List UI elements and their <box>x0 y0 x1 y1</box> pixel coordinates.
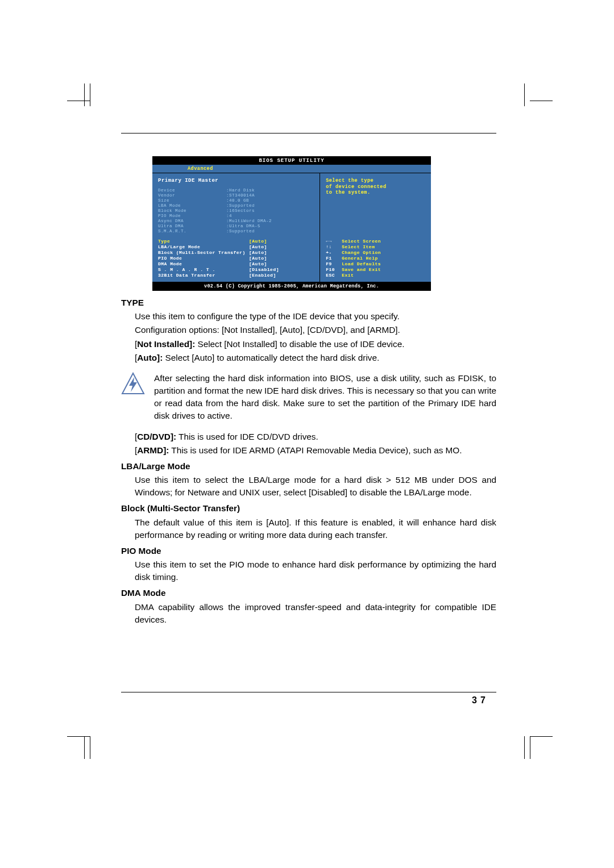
crop-mark <box>67 736 90 737</box>
heading-type: TYPE <box>121 297 496 309</box>
crop-mark <box>530 736 553 737</box>
bios-setup-screenshot: BIOS SETUP UTILITY Advanced Primary IDE … <box>152 156 431 291</box>
document-body: TYPE Use this item to configure the type… <box>121 297 496 626</box>
bios-option-row: PIO Mode[Auto] <box>158 256 314 261</box>
bios-info-row: S.M.A.R.T.:Supported <box>158 229 314 234</box>
bios-nav-row: F1General Help <box>326 256 426 261</box>
bios-option-row: Type[Auto] <box>158 239 314 244</box>
crop-mark <box>530 736 530 759</box>
page-number: 37 <box>472 695 489 706</box>
crop-mark <box>524 84 525 106</box>
bios-nav-row: ←→Select Screen <box>326 239 426 244</box>
bios-options-list: Type[Auto]LBA/Large Mode[Auto]Block (Mul… <box>158 239 314 278</box>
bios-info-row: PIO Mode:4 <box>158 214 314 219</box>
type-p2: Configuration options: [Not Installed], … <box>135 324 496 336</box>
bios-option-row: DMA Mode[Auto] <box>158 261 314 267</box>
bios-info-row: Ultra DMA:Ultra DMA-5 <box>158 224 314 229</box>
bios-right-pane: Select the type of device connected to t… <box>320 173 431 282</box>
block-p: The default value of this item is [Auto]… <box>135 516 496 541</box>
bios-help-text: Select the type of device connected to t… <box>326 178 426 196</box>
heading-lba: LBA/Large Mode <box>121 460 496 473</box>
type-p1: Use this item to configure the type of t… <box>135 310 496 323</box>
bios-info-row: Size:40.0 GB <box>158 198 314 203</box>
bios-title: BIOS SETUP UTILITY <box>152 156 431 165</box>
heading-dma: DMA Mode <box>121 587 496 599</box>
dma-p: DMA capability allows the improved trans… <box>135 601 496 626</box>
bios-nav-row: F9Load Defaults <box>326 261 426 267</box>
crop-mark <box>84 736 85 759</box>
bios-tab-advanced: Advanced <box>184 165 217 173</box>
type-not-installed: [Not Installed]: Select [Not Installed] … <box>135 338 496 350</box>
lba-p: Use this item to select the LBA/Large mo… <box>135 474 496 499</box>
note-text: After selecting the hard disk informatio… <box>154 372 496 423</box>
bios-copyright: v02.54 (C) Copyright 1985-2005, American… <box>152 282 431 291</box>
bios-info-row: Async DMA:MultiWord DMA-2 <box>158 219 314 224</box>
note-block: After selecting the hard disk informatio… <box>121 372 496 423</box>
bios-option-row: LBA/Large Mode[Auto] <box>158 244 314 250</box>
pio-p: Use this item to set the PIO mode to enh… <box>135 558 496 583</box>
page-content: BIOS SETUP UTILITY Advanced Primary IDE … <box>121 131 496 627</box>
heading-pio: PIO Mode <box>121 545 496 557</box>
footer-divider <box>121 692 496 692</box>
crop-mark <box>90 736 90 759</box>
bios-nav-row: ↑↓Select Item <box>326 244 426 250</box>
bios-nav-keys: ←→Select Screen↑↓Select Item+-Change Opt… <box>326 239 426 278</box>
bios-info-row: LBA Mode:Supported <box>158 203 314 208</box>
bios-left-pane: Primary IDE Master Device:Hard DiskVendo… <box>152 173 320 282</box>
crop-mark <box>524 736 525 759</box>
bios-info-row: Device:Hard Disk <box>158 188 314 193</box>
bios-nav-row: +-Change Option <box>326 250 426 256</box>
bios-info-list: Device:Hard DiskVendor:ST340014ASize:40.… <box>158 188 314 234</box>
bios-info-row: Block Mode:16Sectors <box>158 208 314 214</box>
crop-mark <box>84 84 85 106</box>
bios-tab-row: Advanced <box>152 165 431 173</box>
crop-mark <box>530 101 553 101</box>
bios-option-row: 32Bit Data Transfer[Enabled] <box>158 273 314 278</box>
bios-option-row: S . M . A . R . T .[Disabled] <box>158 267 314 273</box>
type-cd: [CD/DVD]: This is used for IDE CD/DVD dr… <box>135 431 496 443</box>
heading-block: Block (Multi-Sector Transfer) <box>121 502 496 515</box>
bios-section-title: Primary IDE Master <box>158 178 314 183</box>
type-armd: [ARMD]: This is used for IDE ARMD (ATAPI… <box>135 444 496 457</box>
bios-option-row: Block (Multi-Sector Transfer)[Auto] <box>158 250 314 256</box>
bios-nav-row: ESCExit <box>326 273 426 278</box>
bios-info-row: Vendor:ST340014A <box>158 193 314 198</box>
bios-nav-row: F10Save and Exit <box>326 267 426 273</box>
lightning-icon <box>121 372 145 396</box>
type-auto: [Auto]: Select [Auto] to automatically d… <box>135 352 496 364</box>
crop-mark <box>67 101 90 101</box>
crop-mark <box>90 84 90 106</box>
